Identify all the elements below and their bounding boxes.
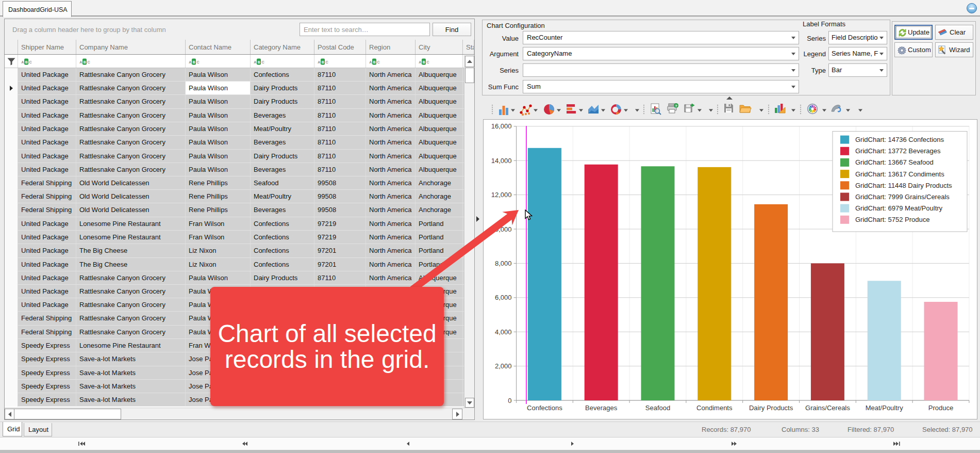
svg-text:C: C — [29, 60, 32, 64]
svg-text:A: A — [254, 60, 256, 64]
svg-text:Seafood: Seafood — [645, 404, 670, 412]
svg-text:14,000: 14,000 — [491, 157, 512, 165]
svg-text:GridChart: 5752 Produce: GridChart: 5752 Produce — [855, 216, 930, 223]
svg-text:?: ? — [675, 104, 677, 108]
svg-text:Dairy Products: Dairy Products — [749, 404, 793, 412]
svg-text:B: B — [258, 60, 260, 64]
svg-text:C: C — [326, 60, 328, 64]
svg-text:A: A — [369, 60, 372, 64]
svg-text:Grains/Cereals: Grains/Cereals — [805, 404, 850, 412]
svg-text:Meat/Poultry: Meat/Poultry — [866, 404, 903, 412]
svg-text:GridChart: 13667 Seafood: GridChart: 13667 Seafood — [855, 158, 934, 166]
svg-text:C: C — [88, 60, 90, 64]
svg-text:B: B — [84, 60, 86, 64]
svg-text:A: A — [79, 60, 82, 64]
svg-text:0: 0 — [508, 397, 511, 405]
svg-text:2,000: 2,000 — [495, 362, 512, 370]
svg-text:B: B — [322, 60, 324, 64]
svg-text:B: B — [373, 60, 376, 64]
svg-text:Confections: Confections — [527, 404, 562, 412]
svg-text:C: C — [197, 60, 200, 64]
svg-text:C: C — [377, 60, 380, 64]
svg-text:GridChart: 6979 Meat/Poultry: GridChart: 6979 Meat/Poultry — [855, 204, 943, 212]
svg-text:B: B — [25, 60, 28, 64]
svg-text:GridChart: 11448 Dairy Product: GridChart: 11448 Dairy Products — [855, 182, 952, 189]
svg-text:12,000: 12,000 — [491, 191, 512, 199]
svg-text:B: B — [193, 60, 195, 64]
svg-text:A: A — [189, 60, 191, 64]
svg-text:C: C — [427, 60, 429, 64]
svg-text:Beverages: Beverages — [585, 404, 618, 412]
svg-text:GridChart: 13772 Beverages: GridChart: 13772 Beverages — [855, 147, 941, 155]
svg-text:A: A — [21, 60, 24, 64]
svg-text:16,000: 16,000 — [491, 122, 512, 130]
svg-text:4,000: 4,000 — [495, 328, 512, 336]
svg-text:GridChart: 7999 Grains/Cereals: GridChart: 7999 Grains/Cereals — [855, 193, 950, 201]
svg-text:GridChart: 13617 Condiments: GridChart: 13617 Condiments — [855, 170, 944, 178]
svg-text:Condiments: Condiments — [696, 404, 733, 412]
svg-text:A: A — [318, 60, 320, 64]
svg-text:GridChart: 14736 Confections: GridChart: 14736 Confections — [855, 136, 944, 143]
svg-text:C: C — [262, 60, 264, 64]
svg-text:A: A — [419, 60, 421, 64]
svg-text:B: B — [423, 60, 425, 64]
svg-text:Produce: Produce — [928, 404, 953, 412]
